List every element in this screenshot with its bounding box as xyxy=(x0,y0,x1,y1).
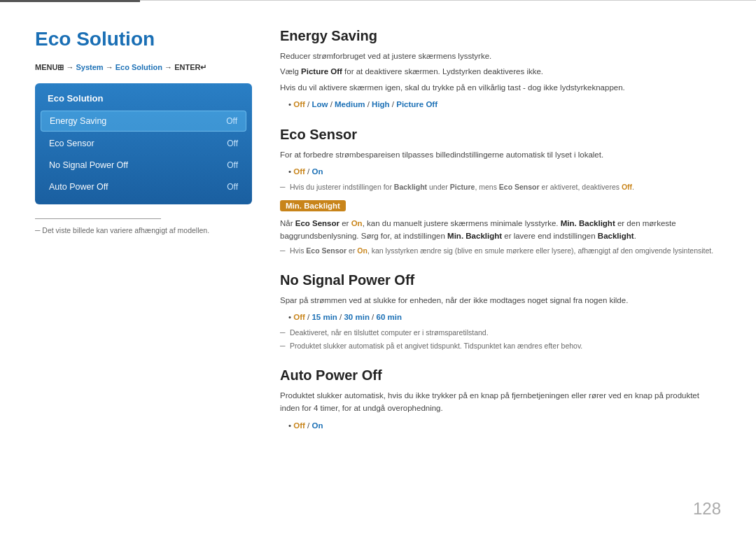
left-column: Eco Solution MENU⊞ → System → Eco Soluti… xyxy=(35,28,252,513)
eco-sensor-option-list: Off / On xyxy=(288,165,721,178)
menu-path: MENU⊞ → System → Eco Solution → ENTER↵ xyxy=(35,63,252,72)
menu-path-eco: Eco Solution xyxy=(115,63,162,71)
section-no-signal-power-off: No Signal Power Off Spar på strømmen ved… xyxy=(280,272,721,352)
no-signal-title: No Signal Power Off xyxy=(280,272,721,288)
min-backlight-badge: Min. Backlight xyxy=(280,200,346,211)
menu-box-title: Eco Solution xyxy=(41,89,246,111)
no-signal-note2: Produktet slukker automatisk på et angiv… xyxy=(280,341,721,352)
menu-path-arrow2: → xyxy=(106,63,115,71)
eco-sensor-title: Eco Sensor xyxy=(280,127,721,143)
section-auto-power-off: Auto Power Off Produktet slukker automat… xyxy=(280,367,721,432)
menu-box: Eco Solution Energy Saving Off Eco Senso… xyxy=(35,83,252,204)
eco-sensor-note: Hvis du justerer indstillingen for Backl… xyxy=(280,182,721,193)
menu-item-eco-sensor[interactable]: Eco Sensor Off xyxy=(41,134,246,153)
energy-saving-options: Off / Low / Medium / High / Picture Off xyxy=(288,98,721,111)
auto-power-off-title: Auto Power Off xyxy=(280,367,721,384)
page-title: Eco Solution xyxy=(35,28,252,50)
menu-item-no-signal-power-off[interactable]: No Signal Power Off Off xyxy=(41,155,246,175)
menu-path-arrow3: → xyxy=(164,63,174,71)
menu-path-prefix: MENU xyxy=(35,63,57,71)
min-backlight-text1: Når Eco Sensor er On, kan du manuelt jus… xyxy=(280,217,721,243)
menu-item-energy-saving[interactable]: Energy Saving Off xyxy=(41,111,246,132)
menu-item-label: Energy Saving xyxy=(50,116,106,126)
menu-item-value: Off xyxy=(227,182,238,192)
no-signal-options: Off / 15 min / 30 min / 60 min xyxy=(288,311,721,323)
energy-saving-text3: Hvis du vil aktivere skærmen igen, skal … xyxy=(280,81,721,94)
no-signal-note1: Deaktiveret, når en tilsluttet computer … xyxy=(280,328,721,339)
no-signal-text1: Spar på strømmen ved at slukke for enhed… xyxy=(280,294,721,307)
menu-item-value: Off xyxy=(226,116,237,126)
min-backlight-note: Hvis Eco Sensor er On, kan lysstyrken æn… xyxy=(280,246,721,257)
no-signal-option-list: Off / 15 min / 30 min / 60 min xyxy=(288,311,721,323)
menu-path-enter: ENTER↵ xyxy=(174,63,206,71)
auto-power-off-text1: Produktet slukker automatisk, hvis du ik… xyxy=(280,389,721,415)
eco-sensor-options: Off / On xyxy=(288,165,721,178)
section-energy-saving: Energy Saving Reducer strømforbruget ved… xyxy=(280,28,721,111)
auto-power-off-option-list: Off / On xyxy=(288,419,721,432)
section-eco-sensor: Eco Sensor For at forbedre strømbesparei… xyxy=(280,127,721,257)
energy-saving-text2: Vælg Picture Off for at deaktivere skærm… xyxy=(280,65,721,78)
min-backlight-section: Min. Backlight Når Eco Sensor er On, kan… xyxy=(280,200,721,257)
divider xyxy=(35,218,161,219)
top-line-right xyxy=(140,0,756,1)
auto-power-off-options: Off / On xyxy=(288,419,721,432)
right-column: Energy Saving Reducer strømforbruget ved… xyxy=(280,28,721,513)
menu-item-label: Eco Sensor xyxy=(49,139,94,148)
energy-saving-title: Energy Saving xyxy=(280,28,721,44)
menu-item-value: Off xyxy=(227,139,238,148)
energy-saving-option-list: Off / Low / Medium / High / Picture Off xyxy=(288,98,721,111)
menu-item-value: Off xyxy=(227,160,238,170)
energy-saving-text1: Reducer strømforbruget ved at justere sk… xyxy=(280,50,721,62)
menu-item-label: Auto Power Off xyxy=(49,182,108,192)
left-note: Det viste billede kan variere afhængigt … xyxy=(35,226,252,234)
page-number: 128 xyxy=(693,499,721,519)
menu-item-auto-power-off[interactable]: Auto Power Off Off xyxy=(41,177,246,197)
eco-sensor-text1: For at forbedre strømbespareisen tilpass… xyxy=(280,148,721,161)
menu-item-label: No Signal Power Off xyxy=(49,160,128,170)
menu-path-arrow1: → xyxy=(66,63,76,71)
menu-path-system: System xyxy=(76,63,104,71)
top-line-left xyxy=(0,0,140,2)
